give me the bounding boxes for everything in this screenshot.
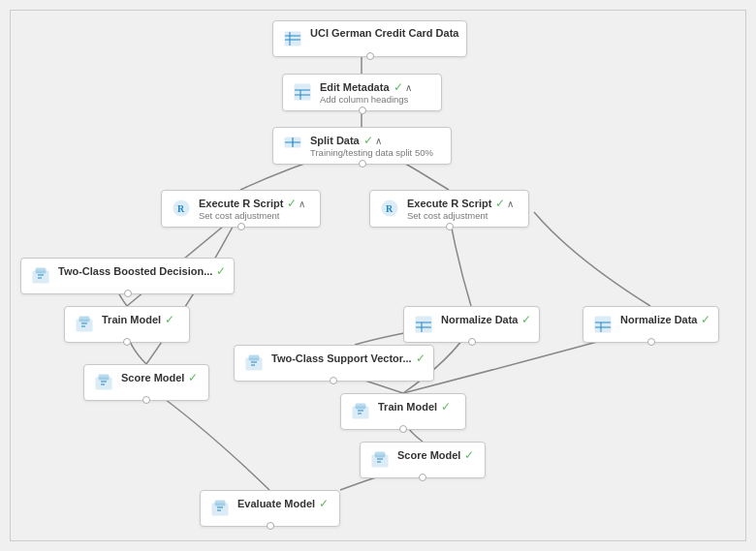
node-content-twoclass: Two-Class Boosted Decision... ✓ — [58, 264, 226, 278]
svg-rect-36 — [249, 355, 259, 360]
node-icon-scoreModel2 — [368, 448, 392, 472]
check-icon-normalizeData1: ✓ — [521, 313, 531, 326]
port-bottom-execR1[interactable] — [237, 223, 245, 230]
node-icon-split — [281, 134, 304, 157]
node-icon-twoclass — [29, 264, 52, 288]
node-scoreModel2[interactable]: Score Model ✓ — [360, 442, 486, 478]
node-title-split: Split Data — [310, 135, 360, 146]
caret-icon-execR1: ∧ — [299, 199, 305, 209]
port-bottom-normalizeData1[interactable] — [468, 338, 476, 346]
svg-rect-16 — [36, 268, 46, 273]
check-icon-execR1: ✓ — [287, 197, 297, 210]
node-title-edit: Edit Metadata — [320, 81, 390, 93]
node-content-twoClassSVM: Two-Class Support Vector... ✓ — [271, 352, 425, 365]
node-uci[interactable]: UCI German Credit Card Data — [272, 20, 467, 57]
node-title-trainModel2: Train Model — [378, 401, 437, 413]
node-subtitle-split: Training/testing data split 50% — [310, 147, 433, 158]
node-content-scoreModel2: Score Model ✓ — [397, 448, 474, 462]
node-content-evaluateModel: Evaluate Model ✓ — [237, 497, 329, 510]
node-title-twoclass: Two-Class Boosted Decision... — [58, 265, 212, 277]
svg-rect-32 — [99, 375, 109, 380]
node-content-split: Split Data ✓∧ Training/testing data spli… — [310, 134, 433, 158]
check-icon-evaluateModel: ✓ — [319, 497, 329, 510]
node-title-trainModel1: Train Model — [102, 314, 161, 325]
port-bottom-twoClassSVM[interactable] — [330, 377, 337, 384]
check-icon-normalizeData2: ✓ — [701, 313, 710, 326]
node-content-execR1: Execute R Script ✓∧ Set cost adjustment — [199, 197, 305, 221]
port-bottom-trainModel2[interactable] — [399, 425, 407, 433]
svg-text:R: R — [177, 203, 185, 214]
node-normalizeData1[interactable]: Normalize Data ✓ — [403, 306, 540, 343]
node-title-scoreModel1: Score Model — [121, 372, 184, 383]
node-title-normalizeData1: Normalize Data — [441, 314, 518, 325]
check-icon-edit: ✓ — [394, 80, 403, 94]
svg-rect-20 — [79, 317, 89, 321]
node-twoclass[interactable]: Two-Class Boosted Decision... ✓ — [20, 258, 235, 294]
node-icon-execR2: R — [378, 197, 401, 220]
check-icon-twoclass: ✓ — [216, 264, 226, 278]
svg-text:R: R — [386, 203, 394, 214]
node-evaluateModel[interactable]: Evaluate Model ✓ — [200, 490, 340, 527]
check-icon-split: ✓ — [363, 134, 373, 147]
node-content-execR2: Execute R Script ✓∧ Set cost adjustment — [407, 197, 514, 221]
svg-rect-4 — [295, 84, 310, 100]
node-title-scoreModel2: Score Model — [397, 449, 460, 461]
node-split[interactable]: Split Data ✓∧ Training/testing data spli… — [272, 127, 452, 165]
node-icon-trainModel2 — [349, 400, 372, 423]
node-icon-uci — [281, 27, 304, 50]
node-icon-scoreModel1 — [92, 371, 115, 394]
node-icon-normalizeData2 — [591, 313, 614, 336]
node-icon-normalizeData1 — [412, 313, 435, 336]
port-bottom-scoreModel1[interactable] — [142, 396, 150, 404]
port-bottom-twoclass[interactable] — [124, 290, 132, 297]
check-icon-execR2: ✓ — [495, 197, 505, 210]
node-content-scoreModel1: Score Model ✓ — [121, 371, 198, 384]
svg-rect-40 — [356, 404, 365, 409]
check-icon-trainModel1: ✓ — [165, 313, 174, 326]
node-execR1[interactable]: R Execute R Script ✓∧ Set cost adjustmen… — [161, 190, 321, 228]
port-bottom-uci[interactable] — [366, 52, 374, 60]
svg-rect-27 — [595, 317, 611, 332]
port-bottom-execR2[interactable] — [446, 223, 454, 230]
node-content-edit: Edit Metadata ✓∧ Add column headings — [320, 80, 412, 105]
node-title-execR1: Execute R Script — [199, 198, 283, 209]
caret-icon-edit: ∧ — [405, 82, 412, 93]
port-bottom-edit[interactable] — [359, 107, 366, 114]
node-icon-evaluateModel — [208, 497, 232, 520]
node-content-normalizeData1: Normalize Data ✓ — [441, 313, 531, 326]
node-icon-edit — [291, 80, 314, 104]
node-edit[interactable]: Edit Metadata ✓∧ Add column headings — [282, 74, 442, 111]
node-title-uci: UCI German Credit Card Data — [310, 27, 458, 39]
port-bottom-split[interactable] — [359, 160, 366, 168]
node-subtitle-execR2: Set cost adjustment — [407, 210, 514, 221]
node-content-trainModel1: Train Model ✓ — [102, 313, 174, 326]
svg-rect-48 — [215, 501, 225, 505]
svg-rect-23 — [416, 317, 431, 332]
node-content-normalizeData2: Normalize Data ✓ — [620, 313, 710, 326]
port-bottom-scoreModel2[interactable] — [419, 474, 426, 481]
node-title-evaluateModel: Evaluate Model — [237, 498, 315, 509]
svg-rect-0 — [285, 32, 300, 46]
port-bottom-normalizeData2[interactable] — [647, 338, 655, 346]
port-bottom-evaluateModel[interactable] — [267, 522, 274, 530]
node-content-trainModel2: Train Model ✓ — [378, 400, 451, 413]
check-icon-scoreModel1: ✓ — [188, 371, 198, 384]
node-scoreModel1[interactable]: Score Model ✓ — [83, 364, 209, 401]
caret-icon-execR2: ∧ — [507, 199, 514, 209]
node-subtitle-edit: Add column headings — [320, 94, 412, 105]
node-icon-execR1: R — [170, 197, 193, 220]
node-trainModel2[interactable]: Train Model ✓ — [340, 393, 466, 430]
node-subtitle-execR1: Set cost adjustment — [199, 210, 305, 221]
node-trainModel1[interactable]: Train Model ✓ — [64, 306, 190, 343]
check-icon-scoreModel2: ✓ — [464, 448, 474, 462]
port-bottom-trainModel1[interactable] — [123, 338, 131, 346]
node-content-uci: UCI German Credit Card Data — [310, 27, 458, 39]
node-icon-twoClassSVM — [242, 352, 266, 375]
pipeline-canvas[interactable]: UCI German Credit Card Data Edit Metadat… — [10, 10, 746, 541]
svg-rect-44 — [375, 452, 385, 457]
node-execR2[interactable]: R Execute R Script ✓∧ Set cost adjustmen… — [369, 190, 529, 228]
node-normalizeData2[interactable]: Normalize Data ✓ — [583, 306, 719, 343]
node-title-execR2: Execute R Script — [407, 198, 491, 209]
node-twoClassSVM[interactable]: Two-Class Support Vector... ✓ — [234, 345, 434, 382]
check-icon-twoClassSVM: ✓ — [416, 352, 425, 365]
